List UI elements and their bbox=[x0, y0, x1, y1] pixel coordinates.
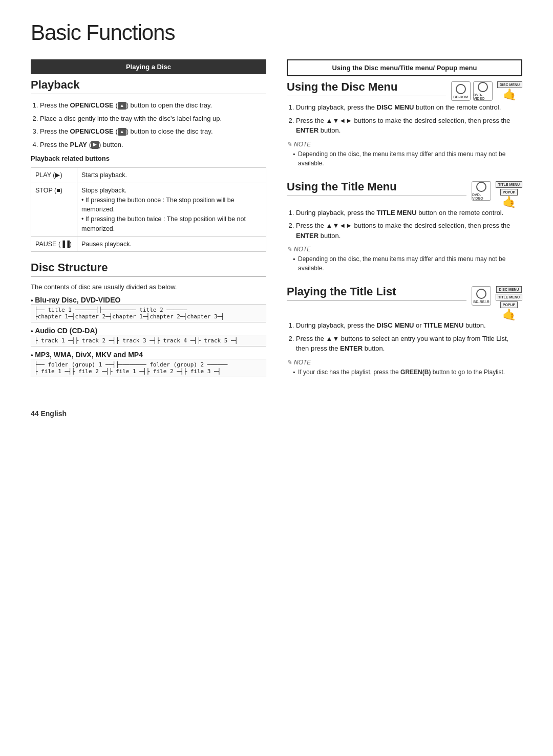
bdrom-circle bbox=[456, 84, 466, 94]
disc-menu-bold: DISC MENU bbox=[377, 321, 414, 329]
open-close-bold-1: OPEN/CLOSE bbox=[70, 101, 114, 109]
disc-structure-title: Disc Structure bbox=[31, 261, 266, 277]
playback-step-2: Place a disc gently into the tray with t… bbox=[40, 114, 266, 124]
playback-steps: Press the OPEN/CLOSE (▲) button to open … bbox=[31, 100, 266, 149]
title-list-title: Playing the Title List bbox=[287, 285, 466, 301]
disc-menu-section: Using the Disc Menu BD-ROM DVD-VIDEO DIS… bbox=[287, 80, 522, 168]
disc-type-bluray: Blu-ray Disc, DVD-VIDEO ├── title 1 ────… bbox=[31, 296, 266, 322]
title-list-steps: During playback, press the DISC MENU or … bbox=[287, 320, 522, 354]
disc-structure-intro: The contents of disc are usually divided… bbox=[31, 283, 266, 291]
playback-step-1: Press the OPEN/CLOSE (▲) button to open … bbox=[40, 100, 266, 111]
title-list-step-1: During playback, press the DISC MENU or … bbox=[296, 320, 522, 331]
mp3-diagram: ├── folder (group) 1 ──┤├──────── folder… bbox=[31, 359, 266, 377]
bluray-diagram: ├── title 1 ──────┤├────────── title 2 ─… bbox=[31, 304, 266, 322]
title-menu-step-2: Press the ▲▼◄► buttons to make the desir… bbox=[296, 221, 522, 241]
dvd-video-icon: DVD-VIDEO bbox=[473, 81, 493, 101]
open-close-bold-2: OPEN/CLOSE bbox=[70, 127, 114, 135]
playback-table: PLAY (▶) Starts playback. STOP (■) Stops… bbox=[31, 167, 266, 252]
table-row: STOP (■) Stops playback. • If pressing t… bbox=[31, 183, 266, 236]
title-menu-note: NOTE Depending on the disc, the menu ite… bbox=[287, 246, 522, 273]
pause-button-cell: PAUSE (▐▐) bbox=[31, 236, 77, 252]
disc-menu-step-1: During playback, press the DISC MENU but… bbox=[296, 102, 522, 113]
table-row: PLAY (▶) Starts playback. bbox=[31, 168, 266, 183]
audiocd-diagram: ├ track 1 ─┤├ track 2 ─┤├ track 3 ─┤├ tr… bbox=[31, 335, 266, 347]
playback-title: Playback bbox=[31, 78, 266, 94]
stop-desc-cell: Stops playback. • If pressing the button… bbox=[77, 183, 266, 236]
play-symbol: ▶ bbox=[55, 171, 60, 179]
dvd-video-circle-2 bbox=[476, 182, 486, 192]
popup-label: POPUP bbox=[500, 189, 518, 196]
note-item-3: If your disc has the playlist, press the… bbox=[293, 368, 522, 377]
dvd-video-icon-2: DVD-VIDEO bbox=[472, 181, 491, 201]
popup-label-2: POPUP bbox=[500, 301, 518, 308]
title-list-note: NOTE If your disc has the playlist, pres… bbox=[287, 359, 522, 377]
play-bold: PLAY bbox=[70, 141, 87, 148]
disc-type-audiocd: Audio CD (CD-DA) ├ track 1 ─┤├ track 2 ─… bbox=[31, 327, 266, 347]
title-bold: TITLE MENU bbox=[377, 209, 417, 217]
play-button-cell: PLAY (▶) bbox=[31, 168, 77, 183]
playback-step-3: Press the OPEN/CLOSE (▲) button to close… bbox=[40, 126, 266, 137]
pause-desc-cell: Pauses playback. bbox=[77, 236, 266, 252]
mp3-label: MP3, WMA, DivX, MKV and MP4 bbox=[35, 351, 143, 359]
title-menu-bold: TITLE MENU bbox=[423, 321, 463, 329]
disc-type-list: Blu-ray Disc, DVD-VIDEO ├── title 1 ────… bbox=[31, 296, 266, 377]
open-close-icon-1: ▲ bbox=[118, 102, 126, 110]
pause-symbol: ▐▐ bbox=[60, 241, 70, 248]
note-text-3: If your disc has the playlist, press the… bbox=[287, 368, 522, 377]
disc-menu-note: NOTE Depending on the disc, the menu ite… bbox=[287, 141, 522, 168]
title-menu-label-2: TITLE MENU bbox=[496, 294, 522, 300]
disc-menu-title: Using the Disc Menu bbox=[287, 80, 446, 96]
stop-symbol: ■ bbox=[56, 187, 60, 194]
stop-button-cell: STOP (■) bbox=[31, 183, 77, 236]
title-menu-section: Using the Title Menu DVD-VIDEO TITLE MEN… bbox=[287, 180, 522, 273]
title-menu-steps: During playback, press the TITLE MENU bu… bbox=[287, 208, 522, 241]
note-label-2: NOTE bbox=[287, 246, 522, 253]
playback-section: Playback Press the OPEN/CLOSE (▲) button… bbox=[31, 78, 266, 252]
disc-structure-section: Disc Structure The contents of disc are … bbox=[31, 261, 266, 377]
note-text-1: Depending on the disc, the menu items ma… bbox=[287, 149, 522, 168]
playback-table-title: Playback related buttons bbox=[31, 155, 266, 162]
disc-menu-steps: During playback, press the DISC MENU but… bbox=[287, 102, 522, 136]
title-menu-step-1: During playback, press the TITLE MENU bu… bbox=[296, 208, 522, 218]
disc-bold: DISC MENU bbox=[377, 103, 414, 111]
playing-disc-banner: Playing a Disc bbox=[31, 59, 266, 74]
disc-menu-step-2: Press the ▲▼◄► buttons to make the desir… bbox=[296, 116, 522, 136]
bdrom-icon: BD-ROM bbox=[451, 81, 471, 101]
note-text-2: Depending on the disc, the menu items ma… bbox=[287, 254, 522, 273]
green-bold: GREEN(B) bbox=[400, 369, 431, 376]
title-menu-title: Using the Title Menu bbox=[287, 180, 466, 196]
enter-bold-1: ENTER bbox=[296, 126, 318, 134]
disc-type-mp3: MP3, WMA, DivX, MKV and MP4 ├── folder (… bbox=[31, 351, 266, 377]
remote-hand-icon-3: 🤙 bbox=[502, 309, 516, 320]
right-banner: Using the Disc menu/Title menu/ Popup me… bbox=[287, 59, 522, 76]
title-list-section: Playing the Title List BD-RE/-R DISC MEN… bbox=[287, 285, 522, 377]
title-menu-label: TITLE MENU bbox=[496, 181, 522, 188]
bluray-label: Blu-ray Disc, DVD-VIDEO bbox=[35, 296, 120, 304]
note-label-1: NOTE bbox=[287, 141, 522, 148]
playback-step-4: Press the PLAY (▶) button. bbox=[40, 140, 266, 150]
table-row: PAUSE (▐▐) Pauses playback. bbox=[31, 236, 266, 252]
audiocd-label: Audio CD (CD-DA) bbox=[35, 327, 97, 335]
disc-menu-label-2: DISC MENU bbox=[496, 286, 521, 293]
page-footer: 44 English bbox=[31, 409, 522, 418]
enter-bold-2: ENTER bbox=[296, 232, 318, 240]
note-item-2: Depending on the disc, the menu items ma… bbox=[293, 254, 522, 273]
title-list-step-2: Press the ▲▼ buttons to select an entry … bbox=[296, 334, 522, 354]
right-column: Using the Disc menu/Title menu/ Popup me… bbox=[287, 59, 522, 389]
remote-hand-icon: 🤙 bbox=[503, 89, 517, 100]
play-desc-cell: Starts playback. bbox=[77, 168, 266, 183]
page-title: Basic Functions bbox=[31, 20, 522, 45]
remote-hand-icon-2: 🤙 bbox=[502, 197, 516, 208]
enter-bold-3: ENTER bbox=[340, 344, 363, 352]
bdre-icon: BD-RE/-R bbox=[472, 286, 491, 306]
disc-menu-label: DISC MENU bbox=[497, 81, 522, 88]
note-item-1: Depending on the disc, the menu items ma… bbox=[293, 149, 522, 168]
open-close-icon-2: ▲ bbox=[118, 128, 126, 136]
left-column: Playing a Disc Playback Press the OPEN/C… bbox=[31, 59, 266, 389]
note-label-3: NOTE bbox=[287, 359, 522, 366]
play-icon: ▶ bbox=[91, 141, 99, 149]
dvd-video-circle bbox=[478, 82, 488, 92]
bdre-circle bbox=[476, 289, 486, 299]
